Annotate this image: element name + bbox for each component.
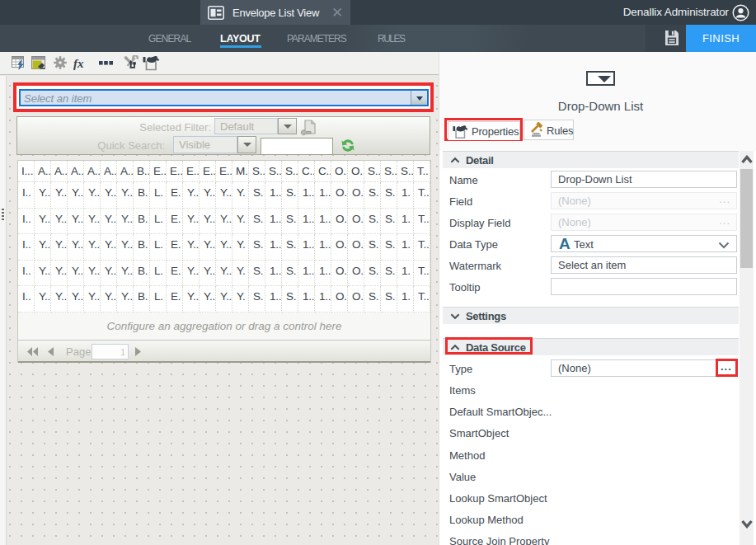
svg-text:fx: fx	[73, 57, 84, 70]
